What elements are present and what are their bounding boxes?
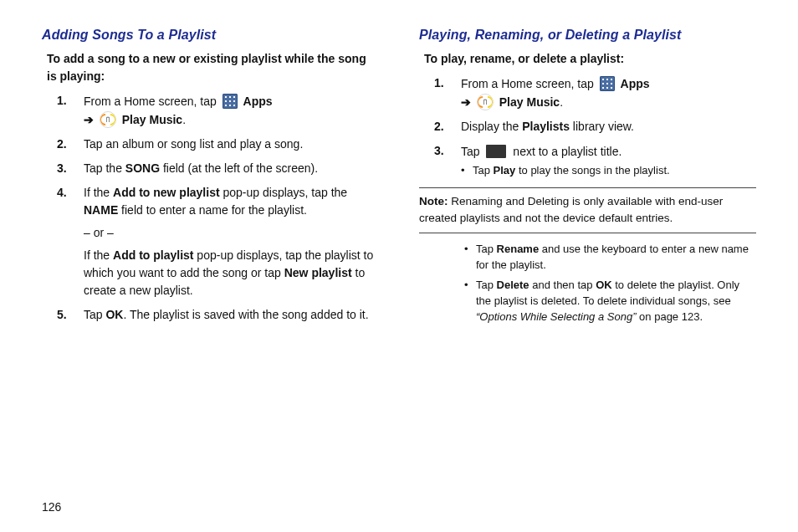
right-step-3-bullets: Tap Play to play the songs in the playli… [461, 163, 756, 179]
right-intro: To play, rename, or delete a playlist: [424, 50, 756, 68]
step-number: 2. [57, 136, 67, 153]
note-label: Note: [419, 195, 448, 207]
apps-icon [600, 76, 615, 91]
step-text: Tap an album or song list and play a son… [84, 137, 303, 151]
right-title: Playing, Renaming, or Deleting a Playlis… [419, 25, 756, 45]
step-text: From a Home screen, tap Apps ➔ Play Musi… [461, 76, 650, 108]
right-step-3: 3. Tap next to a playlist title. Tap Pla… [424, 142, 756, 180]
svg-point-0 [100, 112, 115, 127]
step-number: 4. [57, 184, 67, 202]
right-steps: 1. From a Home screen, tap Apps ➔ [424, 74, 756, 179]
left-step-3: 3. Tap the SONG field (at the left of th… [47, 160, 379, 177]
step-text: Display the Playlists library view. [461, 120, 634, 133]
step-number: 2. [434, 118, 444, 136]
play-music-icon [477, 94, 494, 110]
note-block: Note: Renaming and Deleting is only avai… [419, 187, 756, 233]
play-music-icon [100, 111, 116, 128]
step-number: 1. [434, 74, 444, 92]
list-item: Tap Rename and use the keyboard to enter… [464, 242, 756, 274]
or-separator: – or – [84, 224, 379, 242]
manual-page: Adding Songs To a Playlist To add a song… [0, 0, 798, 532]
right-step-1: 1. From a Home screen, tap Apps ➔ [424, 74, 756, 111]
page-number: 126 [42, 500, 61, 514]
step-text: Tap OK. The playlist is saved with the s… [84, 308, 369, 321]
apps-icon [223, 94, 238, 109]
left-title: Adding Songs To a Playlist [42, 25, 379, 45]
left-step-5: 5. Tap OK. The playlist is saved with th… [47, 306, 379, 324]
note-body: Renaming and Deleting is only available … [419, 195, 723, 224]
arrow-icon: ➔ [461, 95, 471, 109]
left-intro: To add a song to a new or existing playl… [47, 50, 379, 85]
step-number: 3. [57, 160, 67, 177]
step-number: 1. [57, 92, 67, 110]
list-item: Tap Delete and then tap OK to delete the… [464, 278, 756, 325]
left-column: Adding Songs To a Playlist To add a song… [42, 25, 379, 515]
right-step-2: 2. Display the Playlists library view. [424, 118, 756, 136]
step-text: From a Home screen, tap Apps ➔ Play Musi… [84, 94, 273, 125]
left-step-4: 4. If the Add to new playlist pop-up dis… [47, 184, 379, 299]
left-step-1: 1. From a Home screen, tap Apps ➔ [47, 92, 379, 129]
menu-button-icon [486, 145, 506, 158]
step-number: 5. [57, 306, 67, 324]
right-column: Playing, Renaming, or Deleting a Playlis… [419, 25, 756, 515]
left-step-2: 2. Tap an album or song list and play a … [47, 136, 379, 153]
left-steps: 1. From a Home screen, tap Apps ➔ [47, 92, 379, 324]
post-note-bullets: Tap Rename and use the keyboard to enter… [464, 242, 756, 325]
arrow-icon: ➔ [84, 113, 94, 126]
step-text: Tap the SONG field (at the left of the s… [84, 161, 318, 175]
step-text: If the Add to new playlist pop-up displa… [84, 184, 379, 299]
step-number: 3. [434, 142, 444, 160]
step-text: Tap next to a playlist title. [461, 144, 622, 157]
cross-reference: “Options While Selecting a Song” [476, 310, 636, 323]
list-item: Tap Play to play the songs in the playli… [461, 163, 756, 179]
below-note: Tap Rename and use the keyboard to enter… [464, 242, 756, 325]
svg-point-1 [478, 95, 493, 110]
